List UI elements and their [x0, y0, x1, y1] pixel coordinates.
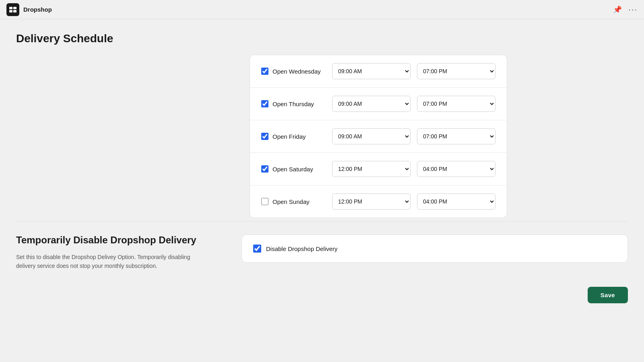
save-button[interactable]: Save [588, 287, 628, 303]
checkbox-thursday[interactable] [261, 100, 268, 107]
disable-card: Disable Dropshop Delivery [242, 234, 628, 263]
open-time-saturday[interactable]: 12:00 AM01:00 AM02:00 AM03:00 AM04:00 AM… [332, 161, 411, 177]
disable-section: Temporarily Disable Dropshop Delivery Se… [16, 234, 628, 271]
app-title: Dropshop [23, 6, 52, 13]
day-checkbox-sunday: Open Sunday [261, 198, 326, 205]
day-checkbox-thursday: Open Thursday [261, 100, 326, 107]
day-checkbox-friday: Open Friday [261, 133, 326, 140]
day-label-friday[interactable]: Open Friday [272, 133, 306, 140]
checkbox-saturday[interactable] [261, 165, 268, 173]
disable-title: Temporarily Disable Dropshop Delivery [16, 234, 209, 246]
close-time-sunday[interactable]: 12:00 AM01:00 AM02:00 AM03:00 AM04:00 AM… [417, 193, 495, 210]
close-time-thursday[interactable]: 12:00 AM01:00 AM02:00 AM03:00 AM04:00 AM… [417, 96, 495, 112]
schedule-row-sunday: Open Sunday12:00 AM01:00 AM02:00 AM03:00… [250, 185, 507, 218]
schedule-row-saturday: Open Saturday12:00 AM01:00 AM02:00 AM03:… [250, 153, 507, 185]
day-checkbox-wednesday: Open Wednesday [261, 68, 326, 75]
disable-delivery-label[interactable]: Disable Dropshop Delivery [266, 245, 338, 252]
schedule-card: Open Wednesday12:00 AM01:00 AM02:00 AM03… [250, 55, 507, 218]
disable-description: Set this to disable the Dropshop Delivey… [16, 253, 209, 271]
day-label-sunday[interactable]: Open Sunday [272, 198, 310, 205]
section-divider [16, 221, 628, 222]
app-logo [6, 3, 19, 16]
schedule-row-wednesday: Open Wednesday12:00 AM01:00 AM02:00 AM03… [250, 55, 507, 88]
schedule-row-thursday: Open Thursday12:00 AM01:00 AM02:00 AM03:… [250, 88, 507, 120]
close-time-friday[interactable]: 12:00 AM01:00 AM02:00 AM03:00 AM04:00 AM… [417, 128, 495, 144]
disable-delivery-checkbox[interactable] [253, 245, 261, 253]
day-label-saturday[interactable]: Open Saturday [272, 166, 313, 173]
day-label-wednesday[interactable]: Open Wednesday [272, 68, 321, 75]
more-options-icon[interactable]: ··· [628, 5, 638, 14]
app-header: Dropshop 📌 ··· [0, 0, 644, 19]
open-time-friday[interactable]: 12:00 AM01:00 AM02:00 AM03:00 AM04:00 AM… [332, 128, 411, 144]
open-time-sunday[interactable]: 12:00 AM01:00 AM02:00 AM03:00 AM04:00 AM… [332, 193, 411, 210]
disable-right: Disable Dropshop Delivery [242, 234, 628, 263]
schedule-row-friday: Open Friday12:00 AM01:00 AM02:00 AM03:00… [250, 120, 507, 153]
checkbox-friday[interactable] [261, 133, 268, 140]
header-left: Dropshop [6, 3, 52, 16]
disable-left: Temporarily Disable Dropshop Delivery Se… [16, 234, 209, 271]
close-time-wednesday[interactable]: 12:00 AM01:00 AM02:00 AM03:00 AM04:00 AM… [417, 63, 495, 79]
save-btn-container: Save [16, 287, 628, 303]
open-time-thursday[interactable]: 12:00 AM01:00 AM02:00 AM03:00 AM04:00 AM… [332, 96, 411, 112]
page-content: Delivery Schedule Open Wednesday12:00 AM… [0, 19, 644, 316]
close-time-saturday[interactable]: 12:00 AM01:00 AM02:00 AM03:00 AM04:00 AM… [417, 161, 495, 177]
day-checkbox-saturday: Open Saturday [261, 165, 326, 173]
page-title: Delivery Schedule [16, 32, 628, 45]
checkbox-sunday[interactable] [261, 198, 268, 205]
header-right: 📌 ··· [613, 5, 638, 14]
checkbox-wednesday[interactable] [261, 68, 268, 75]
day-label-thursday[interactable]: Open Thursday [272, 101, 314, 107]
open-time-wednesday[interactable]: 12:00 AM01:00 AM02:00 AM03:00 AM04:00 AM… [332, 63, 411, 79]
pin-icon[interactable]: 📌 [613, 5, 622, 14]
